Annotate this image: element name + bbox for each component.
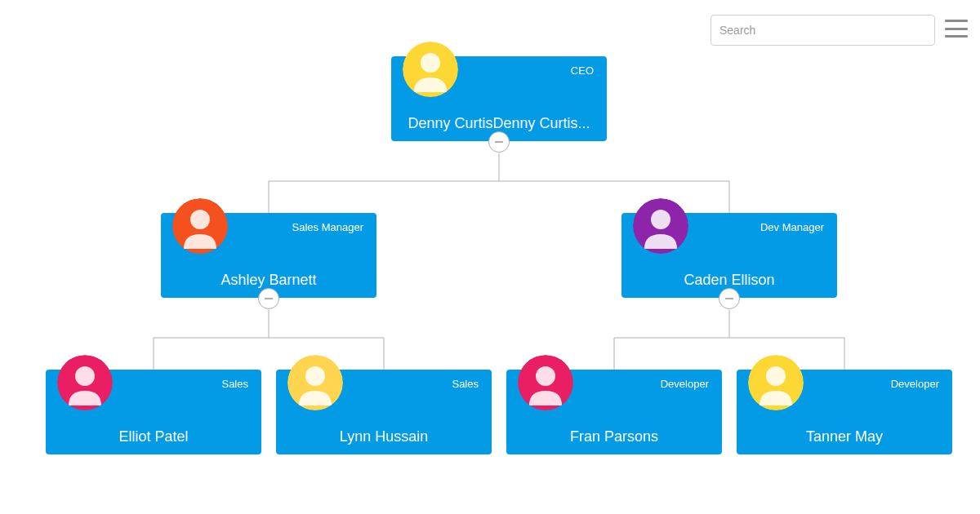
- org-node-role: Sales: [452, 378, 479, 390]
- org-node-sales-2[interactable]: Sales Lynn Hussain: [276, 370, 492, 454]
- avatar: [172, 198, 228, 254]
- svg-point-15: [190, 210, 210, 229]
- org-node-sales-1[interactable]: Sales Elliot Patel: [46, 370, 261, 454]
- org-node-dev-manager[interactable]: Dev Manager Caden Ellison: [621, 213, 837, 298]
- search-input[interactable]: [719, 24, 926, 37]
- svg-point-17: [75, 366, 95, 386]
- avatar: [403, 42, 458, 97]
- org-node-role: Dev Manager: [760, 221, 824, 233]
- org-node-name: Elliot Patel: [46, 428, 261, 445]
- svg-point-13: [421, 53, 440, 73]
- svg-point-23: [536, 366, 555, 386]
- org-node-ceo[interactable]: CEO Denny CurtisDenny Curtis...: [391, 56, 607, 141]
- svg-point-25: [766, 366, 786, 386]
- collapse-handle[interactable]: [258, 288, 279, 309]
- avatar: [633, 198, 688, 254]
- avatar: [518, 355, 573, 410]
- collapse-handle[interactable]: [719, 288, 740, 309]
- org-node-dev-1[interactable]: Developer Fran Parsons: [506, 370, 722, 454]
- org-node-name: Caden Ellison: [621, 272, 837, 289]
- avatar: [748, 355, 804, 410]
- org-node-role: Developer: [661, 378, 709, 390]
- svg-point-19: [305, 366, 325, 386]
- avatar: [287, 355, 343, 410]
- hamburger-icon[interactable]: [945, 20, 968, 38]
- org-node-name: Tanner May: [737, 428, 952, 445]
- org-node-name: Ashley Barnett: [161, 272, 376, 289]
- svg-point-21: [651, 210, 670, 229]
- org-node-name: Denny CurtisDenny Curtis...: [391, 115, 607, 132]
- org-node-role: Sales Manager: [292, 221, 363, 233]
- org-node-sales-manager[interactable]: Sales Manager Ashley Barnett: [161, 213, 376, 298]
- org-node-dev-2[interactable]: Developer Tanner May: [737, 370, 952, 454]
- org-node-name: Fran Parsons: [506, 428, 722, 445]
- org-node-role: CEO: [571, 64, 594, 77]
- org-node-role: Developer: [891, 378, 939, 390]
- collapse-handle[interactable]: [488, 131, 510, 153]
- avatar: [57, 355, 113, 410]
- search-bar[interactable]: [710, 15, 935, 46]
- org-node-role: Sales: [221, 378, 248, 390]
- org-node-name: Lynn Hussain: [276, 428, 492, 445]
